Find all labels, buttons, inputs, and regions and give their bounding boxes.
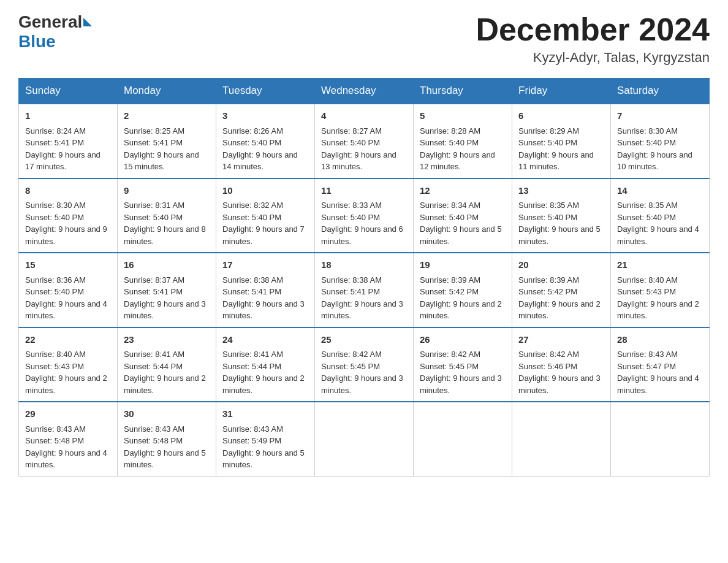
logo-triangle-icon — [83, 18, 92, 26]
calendar-day-cell: 11Sunrise: 8:33 AMSunset: 5:40 PMDayligh… — [315, 178, 414, 253]
calendar-day-cell: 7Sunrise: 8:30 AMSunset: 5:40 PMDaylight… — [611, 104, 710, 178]
day-number: 24 — [222, 333, 308, 347]
calendar-day-cell: 18Sunrise: 8:38 AMSunset: 5:41 PMDayligh… — [315, 253, 414, 327]
day-number: 20 — [518, 258, 604, 272]
calendar-day-cell: 20Sunrise: 8:39 AMSunset: 5:42 PMDayligh… — [512, 253, 611, 327]
calendar-day-cell: 22Sunrise: 8:40 AMSunset: 5:43 PMDayligh… — [19, 327, 118, 402]
calendar-day-cell: 17Sunrise: 8:38 AMSunset: 5:41 PMDayligh… — [216, 253, 315, 327]
day-of-week-header: Saturday — [611, 79, 710, 104]
title-block: December 2024 Kyzyl-Adyr, Talas, Kyrgyzs… — [476, 12, 710, 66]
day-number: 17 — [222, 258, 308, 272]
day-number: 11 — [321, 184, 407, 198]
calendar-day-cell: 16Sunrise: 8:37 AMSunset: 5:41 PMDayligh… — [118, 253, 216, 327]
day-of-week-header: Friday — [512, 79, 611, 104]
month-title: December 2024 — [476, 12, 710, 47]
day-of-week-header: Tuesday — [216, 79, 315, 104]
calendar-day-cell: 9Sunrise: 8:31 AMSunset: 5:40 PMDaylight… — [118, 178, 216, 253]
day-number: 27 — [518, 333, 604, 347]
calendar-day-cell: 13Sunrise: 8:35 AMSunset: 5:40 PMDayligh… — [512, 178, 611, 253]
calendar-day-cell: 28Sunrise: 8:43 AMSunset: 5:47 PMDayligh… — [611, 327, 710, 402]
calendar-day-cell: 24Sunrise: 8:41 AMSunset: 5:44 PMDayligh… — [216, 327, 315, 402]
day-number: 25 — [321, 333, 407, 347]
day-number: 1 — [25, 109, 111, 123]
calendar-week-row: 1Sunrise: 8:24 AMSunset: 5:41 PMDaylight… — [19, 104, 710, 178]
day-number: 6 — [518, 109, 604, 123]
day-number: 3 — [222, 109, 308, 123]
day-number: 16 — [124, 258, 210, 272]
calendar-day-cell: 8Sunrise: 8:30 AMSunset: 5:40 PMDaylight… — [19, 178, 118, 253]
day-number: 29 — [25, 407, 111, 421]
day-number: 7 — [617, 109, 703, 123]
calendar-day-cell: 4Sunrise: 8:27 AMSunset: 5:40 PMDaylight… — [315, 104, 414, 178]
calendar-day-cell: 23Sunrise: 8:41 AMSunset: 5:44 PMDayligh… — [118, 327, 216, 402]
calendar-day-cell: 1Sunrise: 8:24 AMSunset: 5:41 PMDaylight… — [19, 104, 118, 178]
calendar-day-cell: 3Sunrise: 8:26 AMSunset: 5:40 PMDaylight… — [216, 104, 315, 178]
day-number: 21 — [617, 258, 703, 272]
location-subtitle: Kyzyl-Adyr, Talas, Kyrgyzstan — [476, 50, 710, 66]
calendar-day-cell — [512, 402, 611, 476]
calendar-day-cell: 29Sunrise: 8:43 AMSunset: 5:48 PMDayligh… — [19, 402, 118, 476]
calendar-day-cell: 30Sunrise: 8:43 AMSunset: 5:48 PMDayligh… — [118, 402, 216, 476]
calendar-day-cell: 19Sunrise: 8:39 AMSunset: 5:42 PMDayligh… — [414, 253, 512, 327]
day-number: 14 — [617, 184, 703, 198]
day-number: 5 — [420, 109, 506, 123]
calendar-week-row: 15Sunrise: 8:36 AMSunset: 5:40 PMDayligh… — [19, 253, 710, 327]
day-number: 9 — [124, 184, 210, 198]
calendar-day-cell: 5Sunrise: 8:28 AMSunset: 5:40 PMDaylight… — [414, 104, 512, 178]
day-number: 19 — [420, 258, 506, 272]
calendar-day-cell: 27Sunrise: 8:42 AMSunset: 5:46 PMDayligh… — [512, 327, 611, 402]
day-number: 23 — [124, 333, 210, 347]
day-number: 18 — [321, 258, 407, 272]
day-number: 2 — [124, 109, 210, 123]
day-of-week-header: Wednesday — [315, 79, 414, 104]
calendar-header-row: SundayMondayTuesdayWednesdayThursdayFrid… — [19, 79, 710, 104]
calendar-day-cell — [611, 402, 710, 476]
calendar-day-cell: 31Sunrise: 8:43 AMSunset: 5:49 PMDayligh… — [216, 402, 315, 476]
day-of-week-header: Thursday — [414, 79, 512, 104]
logo-general-text: General — [18, 12, 92, 32]
calendar-day-cell: 21Sunrise: 8:40 AMSunset: 5:43 PMDayligh… — [611, 253, 710, 327]
calendar-day-cell: 15Sunrise: 8:36 AMSunset: 5:40 PMDayligh… — [19, 253, 118, 327]
calendar-day-cell: 6Sunrise: 8:29 AMSunset: 5:40 PMDaylight… — [512, 104, 611, 178]
day-number: 26 — [420, 333, 506, 347]
day-number: 31 — [222, 407, 308, 421]
logo-blue-text: Blue — [18, 32, 92, 52]
day-number: 4 — [321, 109, 407, 123]
calendar-day-cell: 12Sunrise: 8:34 AMSunset: 5:40 PMDayligh… — [414, 178, 512, 253]
day-number: 8 — [25, 184, 111, 198]
day-of-week-header: Monday — [118, 79, 216, 104]
logo: General Blue — [18, 12, 92, 52]
calendar-day-cell: 10Sunrise: 8:32 AMSunset: 5:40 PMDayligh… — [216, 178, 315, 253]
calendar-day-cell: 2Sunrise: 8:25 AMSunset: 5:41 PMDaylight… — [118, 104, 216, 178]
calendar-day-cell: 14Sunrise: 8:35 AMSunset: 5:40 PMDayligh… — [611, 178, 710, 253]
day-number: 13 — [518, 184, 604, 198]
day-number: 12 — [420, 184, 506, 198]
day-number: 10 — [222, 184, 308, 198]
calendar-week-row: 29Sunrise: 8:43 AMSunset: 5:48 PMDayligh… — [19, 402, 710, 476]
calendar-week-row: 8Sunrise: 8:30 AMSunset: 5:40 PMDaylight… — [19, 178, 710, 253]
calendar-day-cell — [414, 402, 512, 476]
calendar-table: SundayMondayTuesdayWednesdayThursdayFrid… — [18, 78, 710, 477]
page-header: General Blue December 2024 Kyzyl-Adyr, T… — [18, 12, 710, 66]
day-of-week-header: Sunday — [19, 79, 118, 104]
day-number: 28 — [617, 333, 703, 347]
day-number: 15 — [25, 258, 111, 272]
calendar-day-cell — [315, 402, 414, 476]
day-number: 30 — [124, 407, 210, 421]
day-number: 22 — [25, 333, 111, 347]
calendar-week-row: 22Sunrise: 8:40 AMSunset: 5:43 PMDayligh… — [19, 327, 710, 402]
calendar-day-cell: 25Sunrise: 8:42 AMSunset: 5:45 PMDayligh… — [315, 327, 414, 402]
calendar-day-cell: 26Sunrise: 8:42 AMSunset: 5:45 PMDayligh… — [414, 327, 512, 402]
